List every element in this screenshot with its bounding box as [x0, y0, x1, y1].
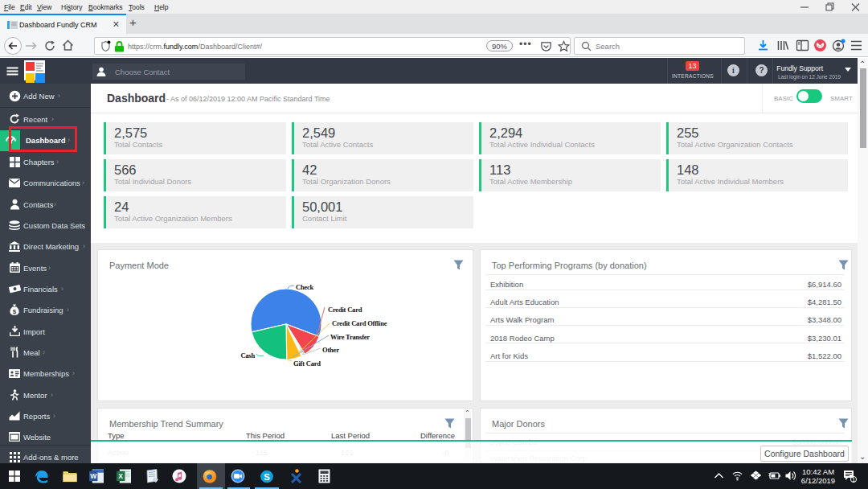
svg-text:W: W	[90, 472, 97, 480]
svg-text:Wire Transfer: Wire Transfer	[330, 333, 370, 341]
svg-text:S: S	[264, 471, 270, 481]
svg-text:X: X	[118, 472, 123, 480]
svg-text:Cash: Cash	[240, 351, 255, 360]
svg-text:Other: Other	[322, 346, 339, 354]
svg-text:Gift Card: Gift Card	[293, 360, 321, 368]
svg-text:Credit Card: Credit Card	[328, 306, 362, 314]
svg-text:Credit Card Offline: Credit Card Offline	[332, 319, 387, 327]
svg-text:Check: Check	[296, 283, 314, 291]
svg-text:1: 1	[852, 476, 855, 483]
svg-text:$: $	[13, 308, 17, 315]
